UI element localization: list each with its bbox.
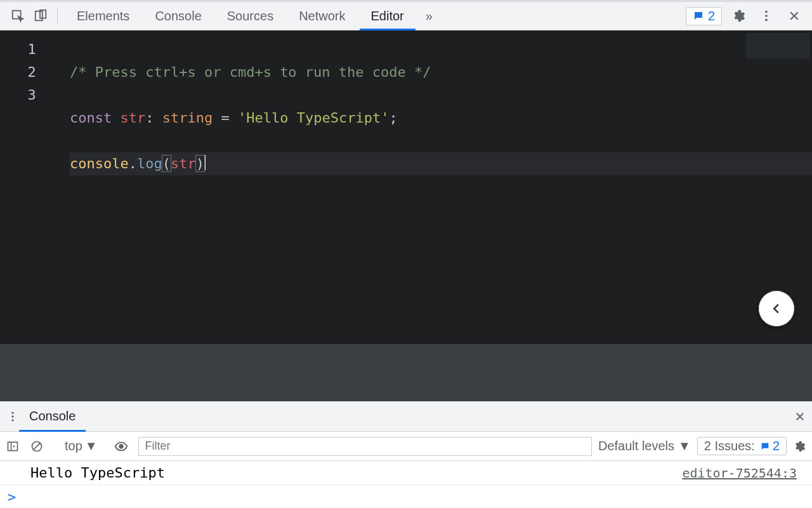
prompt-chevron-icon: > (8, 489, 16, 505)
line-number: 2 (0, 61, 63, 84)
svg-point-7 (11, 415, 13, 417)
line-gutter: 1 2 3 (0, 30, 63, 344)
svg-point-3 (765, 11, 768, 13)
svg-point-8 (11, 419, 13, 421)
console-toolbar: top ▼ Default levels ▼ 2 Issues: 2 (0, 432, 812, 461)
device-toggle-icon[interactable] (29, 4, 52, 27)
settings-icon[interactable] (727, 4, 750, 27)
svg-rect-1 (36, 11, 43, 21)
svg-point-5 (765, 19, 768, 22)
tab-elements[interactable]: Elements (65, 2, 141, 30)
issues-button[interactable]: 2 Issues: 2 (697, 437, 787, 455)
svg-point-4 (765, 15, 768, 17)
code-line: /* Press ctrl+s or cmd+s to run the code… (70, 61, 812, 84)
console-settings-icon[interactable] (793, 440, 806, 453)
live-expression-icon[interactable] (114, 439, 132, 453)
drawer-header: Console (0, 401, 812, 432)
issues-badge[interactable]: 2 (686, 7, 722, 25)
code-line: const str: string = 'Hello TypeScript'; (70, 107, 812, 130)
issues-label: 2 Issues: (704, 439, 755, 453)
chevron-left-icon (769, 302, 783, 316)
issues-count-badge: 2 (760, 439, 780, 453)
devtools-topbar: Elements Console Sources Network Editor … (0, 0, 812, 30)
collapse-fab-button[interactable] (759, 291, 794, 326)
clear-console-icon[interactable] (30, 440, 48, 453)
filter-input[interactable] (138, 437, 592, 456)
devtools-tabs: Elements Console Sources Network Editor … (65, 2, 440, 30)
tabs-overflow-icon[interactable]: » (418, 2, 440, 30)
console-output-text: Hello TypeScript (30, 465, 165, 481)
topbar-right: 2 (686, 4, 806, 27)
line-number: 1 (0, 38, 63, 61)
issues-count: 2 (708, 9, 715, 23)
console-source-link[interactable]: editor-752544:3 (682, 465, 797, 481)
log-levels-select[interactable]: Default levels ▼ (598, 439, 691, 453)
levels-label: Default levels (598, 439, 674, 453)
svg-point-11 (119, 444, 123, 448)
chevron-down-icon: ▼ (85, 439, 98, 453)
kebab-menu-icon[interactable] (755, 4, 778, 27)
code-line: console.log(str) (70, 152, 812, 175)
text-cursor (204, 155, 206, 170)
close-icon[interactable] (783, 4, 806, 27)
panel-splitter[interactable] (0, 344, 812, 401)
console-sidebar-toggle-icon[interactable] (6, 440, 24, 453)
drawer-kebab-icon[interactable] (6, 410, 19, 423)
console-message: Hello TypeScript editor-752544:3 (0, 461, 812, 485)
drawer-tab-console[interactable]: Console (19, 401, 86, 431)
console-prompt[interactable]: > (0, 485, 812, 508)
chat-icon (693, 10, 704, 22)
tab-console[interactable]: Console (143, 2, 213, 30)
line-number: 3 (0, 84, 63, 107)
svg-point-6 (11, 411, 13, 413)
divider (57, 8, 58, 23)
drawer-close-icon[interactable] (794, 411, 806, 422)
code-area[interactable]: /* Press ctrl+s or cmd+s to run the code… (63, 30, 812, 344)
svg-rect-9 (8, 442, 18, 450)
execution-context-select[interactable]: top ▼ (61, 439, 102, 453)
tab-network[interactable]: Network (287, 2, 357, 30)
code-editor[interactable]: 1 2 3 /* Press ctrl+s or cmd+s to run th… (0, 30, 812, 344)
tab-editor[interactable]: Editor (360, 2, 416, 30)
chat-icon (760, 441, 770, 451)
context-label: top (65, 439, 82, 453)
inspect-icon[interactable] (6, 4, 29, 27)
chevron-down-icon: ▼ (678, 439, 691, 453)
tab-sources[interactable]: Sources (216, 2, 285, 30)
